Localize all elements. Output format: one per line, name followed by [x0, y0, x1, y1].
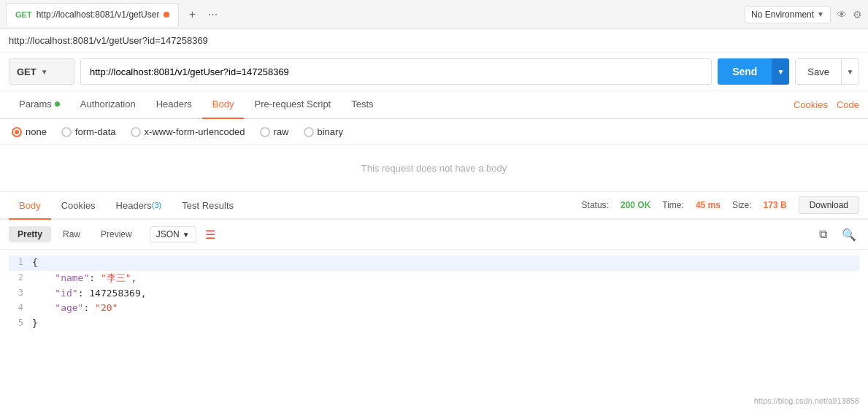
response-tab-cookies[interactable]: Cookies — [51, 192, 106, 220]
line-content-3: "id": 147258369, — [32, 286, 147, 301]
search-icon[interactable]: 🔍 — [839, 224, 859, 245]
send-btn-group: Send ▼ — [718, 58, 789, 85]
response-toolbar: Pretty Raw Preview JSON ▼ ☰ ⧉ 🔍 — [0, 220, 868, 250]
line-content-1: { — [32, 256, 38, 271]
line-content-4: "age": "20" — [32, 301, 118, 316]
tab-tests[interactable]: Tests — [341, 91, 383, 119]
radio-urlencoded-circle — [131, 127, 141, 137]
save-btn-group: Save ▼ — [795, 58, 859, 85]
code-line-2: 2 "name": "李三", — [9, 271, 859, 286]
body-options: none form-data x-www-form-urlencoded raw… — [0, 119, 868, 145]
gear-icon[interactable]: ⚙ — [853, 9, 862, 20]
send-dropdown-button[interactable]: ▼ — [772, 58, 789, 85]
line-num-1: 1 — [9, 256, 23, 271]
line-num-5: 5 — [9, 316, 23, 331]
radio-form-data[interactable]: form-data — [61, 126, 116, 137]
tab-authorization[interactable]: Authorization — [70, 91, 146, 119]
env-label: No Environment — [751, 9, 814, 20]
new-tab-button[interactable]: + — [182, 4, 202, 25]
save-button[interactable]: Save — [796, 59, 841, 84]
eye-icon[interactable]: 👁 — [837, 9, 847, 20]
line-num-2: 2 — [9, 271, 23, 286]
wrap-icon[interactable]: ☰ — [205, 228, 215, 242]
time-label: Time: — [662, 200, 684, 210]
watermark: https://blog.csdn.net/a913858 — [754, 396, 859, 405]
code-line-3: 3 "id": 147258369, — [9, 286, 859, 301]
response-meta: Status: 200 OK Time: 45 ms Size: 173 B D… — [582, 196, 859, 214]
request-tabs-nav: Params Authorization Headers Body Pre-re… — [0, 91, 868, 119]
radio-raw-circle — [260, 127, 270, 137]
download-button[interactable]: Download — [799, 196, 859, 214]
tab-body[interactable]: Body — [202, 91, 245, 119]
response-tab-body[interactable]: Body — [9, 192, 51, 220]
code-line-4: 4 "age": "20" — [9, 301, 859, 316]
radio-urlencoded[interactable]: x-www-form-urlencoded — [131, 126, 245, 137]
tab-headers[interactable]: Headers — [146, 91, 202, 119]
right-links: Cookies Code — [794, 99, 859, 110]
url-input[interactable] — [80, 58, 712, 85]
toolbar-icons-right: ⧉ 🔍 — [813, 224, 859, 245]
cookies-link[interactable]: Cookies — [794, 99, 828, 110]
params-active-dot — [55, 101, 60, 107]
response-tab-headers[interactable]: Headers (3) — [106, 192, 172, 220]
env-selector[interactable]: No Environment ▼ — [745, 6, 831, 23]
code-link[interactable]: Code — [837, 99, 859, 110]
tab-modified-dot — [164, 12, 169, 18]
tab-bar: GET http://localhost:8081/v1/getUser + ·… — [0, 0, 868, 29]
tab-url: http://localhost:8081/v1/getUser — [37, 9, 160, 20]
no-body-message: This request does not have a body — [0, 145, 868, 192]
send-chevron-icon: ▼ — [777, 68, 784, 76]
send-button[interactable]: Send — [718, 58, 772, 85]
time-value: 45 ms — [696, 200, 721, 210]
tab-method: GET — [15, 10, 32, 19]
save-chevron-icon: ▼ — [847, 68, 854, 76]
format-selector[interactable]: JSON ▼ — [150, 226, 196, 242]
radio-raw[interactable]: raw — [260, 126, 289, 137]
line-content-2: "name": "李三", — [32, 271, 137, 286]
radio-formdata-circle — [61, 127, 72, 137]
code-line-5: 5 } — [9, 316, 859, 331]
method-selector[interactable]: GET ▼ — [9, 58, 74, 85]
tab-prerequest[interactable]: Pre-request Script — [244, 91, 341, 119]
radio-binary-circle — [304, 127, 314, 137]
chevron-down-icon: ▼ — [817, 10, 824, 18]
line-num-3: 3 — [9, 286, 23, 301]
line-content-5: } — [32, 316, 38, 331]
radio-none-circle — [12, 127, 22, 137]
response-tab-test-results[interactable]: Test Results — [172, 192, 244, 220]
more-tabs-button[interactable]: ··· — [202, 4, 223, 25]
request-tab[interactable]: GET http://localhost:8081/v1/getUser — [6, 3, 179, 26]
radio-none[interactable]: none — [12, 126, 47, 137]
radio-binary[interactable]: binary — [304, 126, 343, 137]
request-row: GET ▼ Send ▼ Save ▼ — [0, 53, 868, 91]
pretty-button[interactable]: Pretty — [9, 226, 51, 242]
save-dropdown-button[interactable]: ▼ — [841, 59, 859, 84]
headers-count-badge: (3) — [152, 201, 161, 210]
url-breadcrumb-section: http://localhost:8081/v1/getUser?id=1472… — [0, 29, 868, 53]
code-line-1: 1 { — [9, 256, 859, 271]
format-chevron-icon: ▼ — [183, 231, 190, 239]
env-section: No Environment ▼ 👁 ⚙ — [745, 6, 862, 23]
size-value: 173 B — [764, 200, 787, 210]
tab-params[interactable]: Params — [9, 91, 70, 119]
method-chevron-icon: ▼ — [41, 68, 48, 76]
response-tabs-nav: Body Cookies Headers (3) Test Results St… — [0, 192, 868, 220]
method-text: GET — [17, 66, 37, 77]
size-label: Size: — [732, 200, 752, 210]
status-label: Status: — [582, 200, 609, 210]
line-num-4: 4 — [9, 301, 23, 316]
copy-icon[interactable]: ⧉ — [813, 224, 833, 245]
raw-button[interactable]: Raw — [54, 226, 89, 242]
url-breadcrumb: http://localhost:8081/v1/getUser?id=1472… — [9, 35, 208, 46]
preview-button[interactable]: Preview — [92, 226, 141, 242]
status-value: 200 OK — [621, 200, 650, 210]
code-area: 1 { 2 "name": "李三", 3 "id": 147258369, 4… — [0, 250, 868, 337]
